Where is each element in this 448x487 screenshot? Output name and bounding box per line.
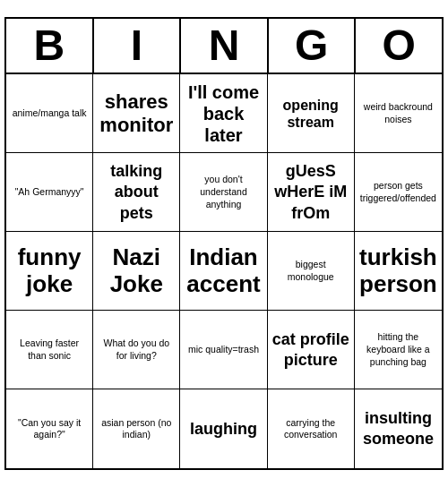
bingo-cell-5: "Ah Germanyyy" bbox=[6, 153, 93, 232]
header-n: N bbox=[181, 19, 269, 73]
bingo-cell-4: weird backround noises bbox=[355, 74, 442, 153]
bingo-card: B I N G O anime/manga talkshares monitor… bbox=[4, 17, 444, 471]
header-o: O bbox=[356, 19, 442, 73]
header-g: G bbox=[269, 19, 357, 73]
bingo-cell-9: person gets triggered/offended bbox=[355, 153, 442, 232]
bingo-cell-19: hitting the keyboard like a punching bag bbox=[355, 311, 442, 389]
bingo-cell-11: Nazi Joke bbox=[93, 232, 180, 311]
bingo-cell-24: insulting someone bbox=[355, 389, 442, 468]
bingo-header: B I N G O bbox=[6, 19, 442, 75]
bingo-grid: anime/manga talkshares monitorI'll come … bbox=[6, 74, 442, 468]
bingo-cell-17: mic quality=trash bbox=[180, 311, 267, 389]
bingo-cell-1: shares monitor bbox=[93, 74, 180, 153]
bingo-cell-10: funny joke bbox=[6, 232, 93, 311]
bingo-cell-14: turkish person bbox=[355, 232, 442, 311]
bingo-cell-23: carrying the conversation bbox=[268, 389, 355, 468]
bingo-cell-16: What do you do for living? bbox=[93, 311, 180, 389]
bingo-cell-0: anime/manga talk bbox=[6, 74, 93, 153]
bingo-cell-21: asian person (no indian) bbox=[93, 389, 180, 468]
header-b: B bbox=[6, 19, 94, 73]
bingo-cell-13: biggest monologue bbox=[268, 232, 355, 311]
bingo-cell-7: you don't understand anything bbox=[180, 153, 267, 232]
bingo-cell-8: gUesS wHerE iM frOm bbox=[268, 153, 355, 232]
bingo-cell-20: "Can you say it again?" bbox=[6, 389, 93, 468]
bingo-cell-12: Indian accent bbox=[180, 232, 267, 311]
bingo-cell-18: cat profile picture bbox=[268, 311, 355, 389]
header-i: I bbox=[94, 19, 182, 73]
bingo-cell-6: talking about pets bbox=[93, 153, 180, 232]
bingo-cell-15: Leaving faster than sonic bbox=[6, 311, 93, 389]
bingo-cell-22: laughing bbox=[180, 389, 267, 468]
bingo-cell-2: I'll come back later bbox=[180, 74, 267, 153]
bingo-cell-3: opening stream bbox=[268, 74, 355, 153]
